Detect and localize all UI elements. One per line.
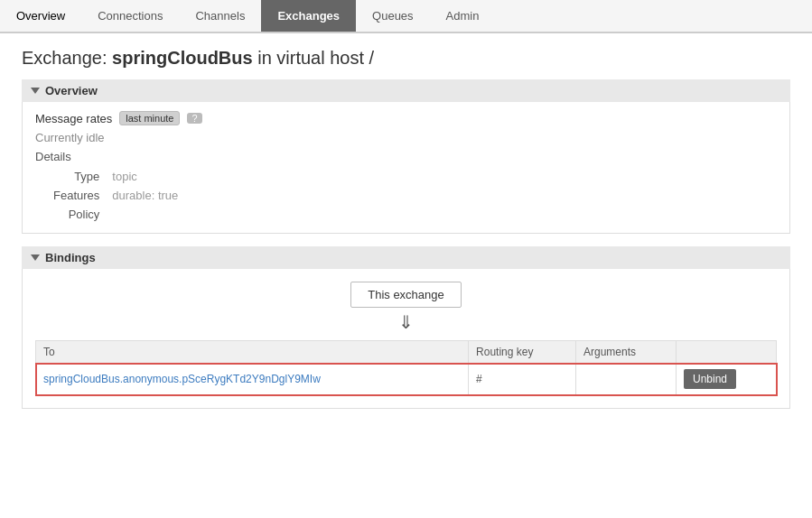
nav-item-overview[interactable]: Overview <box>0 0 81 32</box>
detail-value-type: topic <box>112 167 187 186</box>
nav-bar: Overview Connections Channels Exchanges … <box>0 0 812 33</box>
bindings-section-body: This exchange ⇓ To Routing key Arguments… <box>22 269 790 409</box>
help-badge[interactable]: ? <box>187 113 201 124</box>
details-table: Type topic Features durable: true Policy <box>53 167 187 224</box>
overview-header-label: Overview <box>45 84 98 97</box>
title-suffix: in virtual host / <box>253 48 375 68</box>
binding-queue-name[interactable]: springCloudBus.anonymous.pSceRygKTd2Y9nD… <box>43 373 321 385</box>
detail-key-features: Features <box>53 186 112 205</box>
overview-section-header[interactable]: Overview <box>22 79 790 102</box>
page-title: Exchange: springCloudBus in virtual host… <box>22 48 790 69</box>
detail-key-policy: Policy <box>53 205 112 224</box>
detail-value-policy <box>112 205 187 224</box>
col-header-arguments: Arguments <box>575 341 676 364</box>
overview-collapse-icon <box>31 88 40 94</box>
binding-row: springCloudBus.anonymous.pSceRygKTd2Y9nD… <box>36 364 777 395</box>
nav-item-exchanges[interactable]: Exchanges <box>261 0 356 32</box>
msg-rates-row: Message rates last minute ? <box>35 111 777 125</box>
detail-row-policy: Policy <box>53 205 187 224</box>
detail-row-features: Features durable: true <box>53 186 187 205</box>
binding-routing-key-cell: # <box>469 364 576 395</box>
unbind-button[interactable]: Unbind <box>684 369 736 389</box>
bindings-header-label: Bindings <box>45 251 96 264</box>
bindings-section-header[interactable]: Bindings <box>22 246 790 269</box>
overview-section-body: Message rates last minute ? Currently id… <box>22 102 790 234</box>
binding-to-cell: springCloudBus.anonymous.pSceRygKTd2Y9nD… <box>36 364 469 395</box>
nav-item-queues[interactable]: Queues <box>356 0 430 32</box>
nav-item-admin[interactable]: Admin <box>430 0 496 32</box>
arrow-down-icon: ⇓ <box>398 313 414 331</box>
col-header-to: To <box>36 341 469 364</box>
bindings-table-header-row: To Routing key Arguments <box>36 341 777 364</box>
binding-arguments-cell <box>575 364 676 395</box>
details-label: Details <box>35 150 777 163</box>
col-header-routing-key: Routing key <box>469 341 576 364</box>
detail-value-features: durable: true <box>112 186 187 205</box>
col-header-action <box>676 341 776 364</box>
last-minute-badge[interactable]: last minute <box>119 111 180 125</box>
bindings-table: To Routing key Arguments springCloudBus.… <box>35 340 777 395</box>
detail-key-type: Type <box>53 167 112 186</box>
msg-rates-label: Message rates <box>35 112 112 125</box>
idle-text: Currently idle <box>35 131 777 144</box>
nav-item-channels[interactable]: Channels <box>179 0 261 32</box>
detail-row-type: Type topic <box>53 167 187 186</box>
exchange-box-container: This exchange ⇓ <box>35 282 777 331</box>
exchange-name: springCloudBus <box>112 48 253 68</box>
nav-item-connections[interactable]: Connections <box>81 0 179 32</box>
page-content: Exchange: springCloudBus in virtual host… <box>0 33 812 423</box>
title-prefix: Exchange: <box>22 48 112 68</box>
exchange-box: This exchange <box>350 282 462 308</box>
bindings-collapse-icon <box>31 254 40 261</box>
binding-action-cell: Unbind <box>676 364 776 395</box>
